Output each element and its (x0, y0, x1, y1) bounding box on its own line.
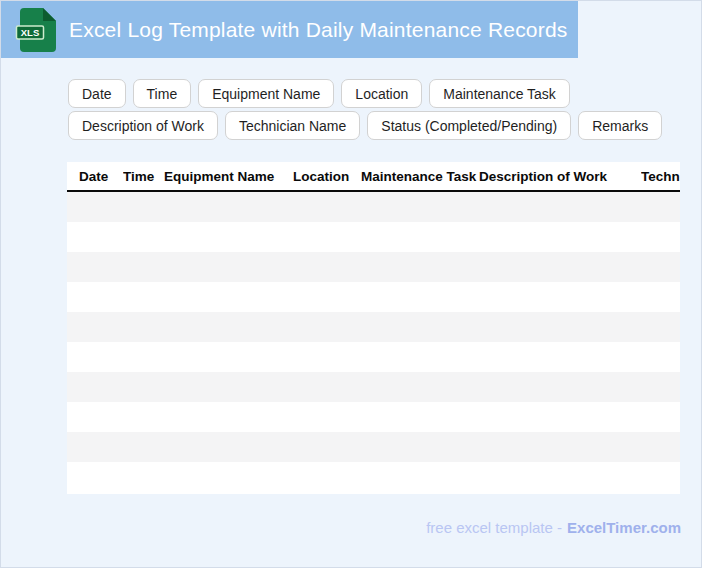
page-canvas: XLS Excel Log Template with Daily Mainte… (0, 0, 702, 568)
col-header-description-of-work: Description of Work (479, 169, 641, 184)
xls-badge-label: XLS (21, 27, 39, 38)
col-header-maintenance-task: Maintenance Task (361, 169, 479, 184)
col-header-technician-name: Technician Name (641, 169, 680, 184)
header: XLS Excel Log Template with Daily Mainte… (1, 1, 578, 58)
table-row (67, 252, 680, 282)
col-header-location: Location (293, 169, 361, 184)
xls-file-icon: XLS (15, 7, 59, 53)
file-fold (43, 8, 56, 21)
col-header-date: Date (79, 169, 123, 184)
chip-status[interactable]: Status (Completed/Pending) (367, 111, 571, 140)
table-row (67, 462, 680, 492)
footer-credit-text: free excel template - (426, 519, 562, 536)
table-row (67, 282, 680, 312)
chip-description-of-work[interactable]: Description of Work (68, 111, 218, 140)
table-row (67, 402, 680, 432)
table-row (67, 432, 680, 462)
table-row (67, 342, 680, 372)
page-title: Excel Log Template with Daily Maintenanc… (69, 18, 568, 42)
chip-date[interactable]: Date (68, 79, 126, 108)
chip-equipment-name[interactable]: Equipment Name (198, 79, 334, 108)
footer-credit: free excel template -ExcelTimer.com (426, 519, 681, 536)
col-header-equipment-name: Equipment Name (164, 169, 293, 184)
col-header-time: Time (123, 169, 164, 184)
footer-brand-link[interactable]: ExcelTimer.com (567, 519, 681, 536)
table-row (67, 372, 680, 402)
chip-maintenance-task[interactable]: Maintenance Task (429, 79, 570, 108)
chip-location[interactable]: Location (341, 79, 422, 108)
maintenance-log-table: Date Time Equipment Name Location Mainte… (67, 162, 680, 494)
table-row (67, 312, 680, 342)
table-row (67, 222, 680, 252)
table-row (67, 192, 680, 222)
chips-row-1: Date Time Equipment Name Location Mainte… (68, 79, 570, 108)
chip-technician-name[interactable]: Technician Name (225, 111, 360, 140)
chip-remarks[interactable]: Remarks (578, 111, 662, 140)
chips-row-2: Description of Work Technician Name Stat… (68, 111, 662, 140)
table-header-row: Date Time Equipment Name Location Mainte… (67, 162, 680, 192)
chip-time[interactable]: Time (133, 79, 192, 108)
